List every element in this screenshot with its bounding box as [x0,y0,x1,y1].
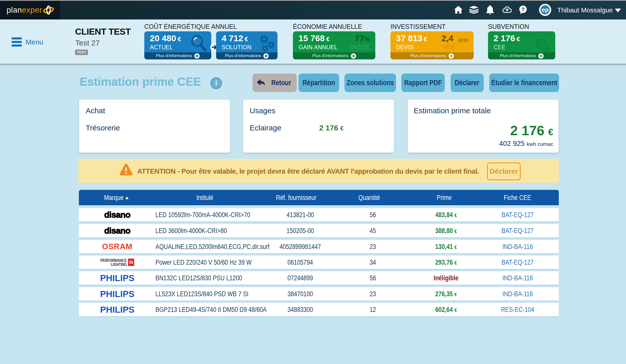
svg-text:?: ? [521,7,525,12]
svg-text:ep: ep [542,6,549,13]
